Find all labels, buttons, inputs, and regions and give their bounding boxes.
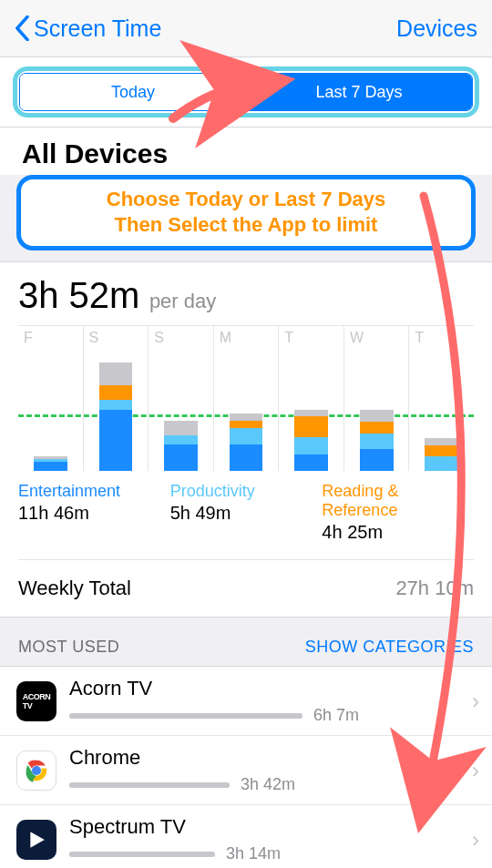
chart-bar-segment	[99, 410, 133, 471]
chart-bar-segment	[230, 444, 263, 471]
app-name: Chrome	[69, 746, 465, 770]
chart-bar-segment	[294, 454, 328, 471]
chart-day-label: S	[89, 330, 99, 346]
chart-column: F	[18, 326, 84, 471]
chart-bar-segment	[360, 422, 394, 434]
chart-column: S	[149, 326, 214, 471]
daily-average-time: 3h 52m	[18, 275, 139, 315]
weekly-total-label: Weekly Total	[18, 577, 131, 600]
app-time: 3h 14m	[226, 844, 281, 863]
chart-bar-segment	[425, 456, 458, 471]
category-time: 4h 25m	[322, 522, 468, 543]
chart-day-label: T	[415, 330, 424, 346]
app-row-spectrum-tv[interactable]: Spectrum TV 3h 14m ›	[0, 805, 492, 868]
chart-column: T	[409, 326, 474, 471]
app-row-chrome[interactable]: Chrome 3h 42m ›	[0, 736, 492, 805]
usage-summary: 3h 52m per day FSSMTWT Entertainment 11h…	[0, 261, 492, 560]
chart-bar-segment	[425, 438, 458, 445]
chart-column: T	[279, 326, 344, 471]
chart-day-label: S	[154, 330, 164, 346]
app-time: 6h 7m	[313, 706, 359, 725]
app-icon-spectrum	[16, 820, 56, 860]
chart-bar-segment	[230, 421, 263, 428]
app-icon-acorn: ACORNTV	[16, 681, 56, 721]
usage-bar	[69, 852, 215, 857]
most-used-title: MOST USED	[18, 638, 119, 657]
devices-link[interactable]: Devices	[396, 15, 477, 42]
chart-bar-segment	[360, 434, 394, 448]
tab-today[interactable]: Today	[20, 74, 246, 110]
app-icon-chrome	[16, 751, 56, 791]
chart-day-label: F	[24, 330, 33, 346]
segmented-control-wrap: Today Last 7 Days	[0, 56, 492, 127]
chart-bar-segment	[34, 462, 67, 471]
app-name: Acorn TV	[69, 677, 465, 700]
chart-bar-segment	[360, 410, 394, 422]
chart-day-label: M	[220, 330, 231, 346]
chart-day-label: W	[350, 330, 364, 346]
chart-bar	[294, 410, 328, 471]
chart-day-label: T	[284, 330, 293, 346]
app-row-acorn-tv[interactable]: ACORNTV Acorn TV 6h 7m ›	[0, 667, 492, 736]
usage-bar	[69, 782, 230, 788]
chart-bar-segment	[99, 385, 133, 400]
chart-column: S	[84, 326, 149, 471]
app-list: ACORNTV Acorn TV 6h 7m › Chrome 3h 42m	[0, 666, 492, 868]
callout-line2: Then Select the App to limit	[30, 212, 462, 238]
chevron-right-icon: ›	[472, 827, 479, 853]
per-day-label: per day	[149, 290, 216, 312]
chevron-left-icon	[15, 15, 30, 41]
category-time: 5h 49m	[170, 503, 317, 524]
category-reading: Reading & Reference 4h 25m	[322, 482, 474, 543]
tab-last7days[interactable]: Last 7 Days	[246, 74, 472, 110]
annotation-highlight-segmented: Today Last 7 Days	[13, 66, 479, 117]
chart-bar	[360, 410, 394, 471]
chart-bar	[425, 438, 458, 471]
app-name: Spectrum TV	[69, 815, 465, 839]
category-entertainment: Entertainment 11h 46m	[18, 482, 170, 543]
chart-bar-segment	[360, 449, 394, 471]
chart-bar-segment	[164, 435, 198, 444]
category-summary-row: Entertainment 11h 46m Productivity 5h 49…	[18, 471, 474, 560]
weekly-total-row: Weekly Total 27h 10m	[0, 560, 492, 618]
category-time: 11h 46m	[18, 503, 165, 524]
chart-bar-segment	[164, 444, 198, 471]
weekly-bar-chart: FSSMTWT	[18, 325, 474, 471]
chevron-right-icon: ›	[472, 758, 479, 783]
chart-bar-segment	[294, 437, 328, 455]
page-title: All Devices	[0, 127, 492, 175]
back-button[interactable]: Screen Time	[15, 15, 161, 42]
usage-bar	[69, 713, 302, 719]
chevron-right-icon: ›	[472, 689, 479, 714]
chart-bar-segment	[230, 414, 263, 421]
chart-bar-segment	[230, 428, 263, 444]
chart-bar	[164, 421, 198, 471]
chart-bar-segment	[164, 421, 198, 435]
back-label: Screen Time	[34, 15, 161, 42]
category-label: Reading & Reference	[322, 482, 468, 520]
segmented-control: Today Last 7 Days	[19, 73, 473, 111]
chart-column: M	[214, 326, 280, 471]
navbar: Screen Time Devices	[0, 0, 492, 56]
most-used-header: MOST USED SHOW CATEGORIES	[0, 618, 492, 666]
chart-bar	[99, 363, 133, 471]
chart-bar-segment	[425, 445, 458, 455]
annotation-callout: Choose Today or Last 7 Days Then Select …	[16, 175, 476, 250]
chart-bar-segment	[99, 400, 133, 410]
chart-bar-segment	[294, 416, 328, 437]
chart-column: W	[344, 326, 410, 471]
category-label: Entertainment	[18, 482, 165, 501]
app-time: 3h 42m	[241, 775, 295, 794]
category-label: Productivity	[170, 482, 317, 501]
weekly-total-value: 27h 10m	[395, 577, 474, 600]
callout-line1: Choose Today or Last 7 Days	[30, 187, 462, 212]
chart-bar	[230, 414, 263, 471]
chart-bar-segment	[99, 363, 133, 384]
chart-bar	[34, 456, 67, 471]
svg-marker-3	[30, 832, 44, 848]
show-categories-link[interactable]: SHOW CATEGORIES	[305, 638, 474, 657]
category-productivity: Productivity 5h 49m	[170, 482, 323, 543]
